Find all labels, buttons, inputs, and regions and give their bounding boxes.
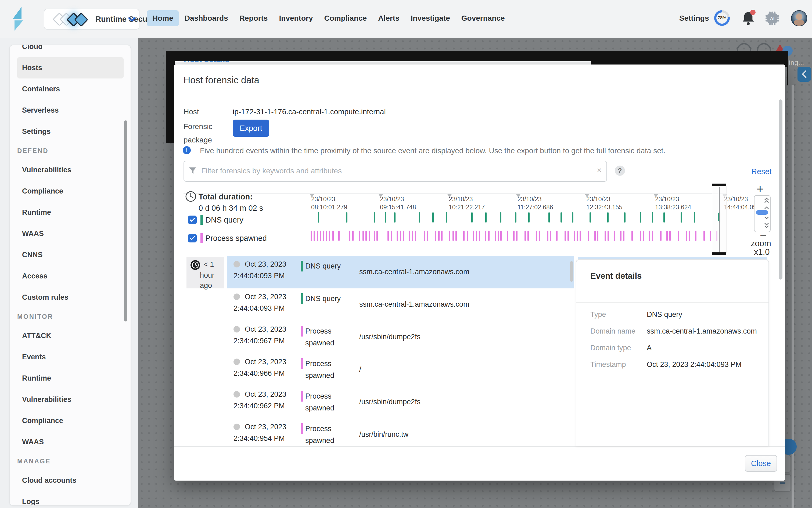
settings-link[interactable]: Settings bbox=[679, 14, 709, 23]
info-text: Five hundred events within the time prox… bbox=[200, 146, 711, 155]
sidebar-item-custom-rules[interactable]: Custom rules bbox=[17, 287, 124, 308]
nav-item-investigate[interactable]: Investigate bbox=[405, 10, 456, 26]
sidebar-item-hosts[interactable]: Hosts bbox=[17, 57, 124, 79]
event-timestamp: Oct 23, 20232:34:40:967 PM bbox=[233, 325, 301, 353]
sidebar-item-serverless[interactable]: Serverless bbox=[17, 100, 124, 121]
chevron-down-icon[interactable] bbox=[764, 216, 769, 220]
nav-item-compliance[interactable]: Compliance bbox=[318, 10, 372, 26]
event-value: /usr/sbin/dumpe2fs bbox=[359, 325, 574, 353]
scrubber-handle-top[interactable] bbox=[712, 183, 726, 186]
sidebar-item-logs[interactable]: Logs bbox=[17, 491, 124, 506]
host-value: ip-172-31-1-176.ca-central-1.compute.int… bbox=[233, 108, 386, 116]
help-icon[interactable]: ? bbox=[615, 166, 625, 176]
sidebar-item-runtime[interactable]: Runtime bbox=[17, 202, 124, 223]
progress-ring[interactable]: 78% bbox=[714, 10, 730, 26]
detail-field: TypeDNS query bbox=[576, 306, 768, 323]
process-series-label: Process spawned bbox=[205, 234, 267, 243]
event-tick bbox=[376, 230, 378, 241]
sidebar-item-runtime[interactable]: Runtime bbox=[17, 368, 124, 389]
event-tick bbox=[695, 230, 696, 241]
scrubber-handle-bottom[interactable] bbox=[712, 252, 726, 255]
sidebar-item-waas[interactable]: WAAS bbox=[17, 431, 124, 453]
sidebar-item-waas[interactable]: WAAS bbox=[17, 223, 124, 244]
event-tick bbox=[588, 230, 589, 241]
event-tick bbox=[446, 212, 447, 222]
ai-assistant-icon[interactable]: AI bbox=[765, 11, 779, 25]
sidebar-item-access[interactable]: Access bbox=[17, 265, 124, 287]
timeline-scrubber[interactable] bbox=[712, 183, 726, 255]
zoom-in-button[interactable]: + bbox=[757, 182, 764, 196]
event-tick bbox=[479, 230, 480, 241]
sidebar-item-att-ck[interactable]: ATT&CK bbox=[17, 325, 124, 346]
event-value: / bbox=[359, 358, 574, 386]
dns-checkbox[interactable] bbox=[188, 216, 197, 224]
event-row[interactable]: Oct 23, 20232:44:04:093 PMDNS queryssm.c… bbox=[227, 256, 574, 288]
event-list-scrollbar[interactable] bbox=[570, 261, 573, 282]
user-avatar[interactable] bbox=[791, 10, 807, 26]
event-row[interactable]: Oct 23, 20232:34:40:967 PMProcess spawne… bbox=[227, 321, 574, 353]
event-row[interactable]: Oct 23, 20232:34:40:962 PMProcess spawne… bbox=[227, 386, 574, 419]
event-tick bbox=[572, 212, 573, 222]
event-tick bbox=[710, 230, 711, 241]
event-type: Process spawned bbox=[301, 423, 359, 447]
sidebar-item-vulnerabilities[interactable]: Vulnerabilities bbox=[17, 389, 124, 410]
event-tick bbox=[689, 230, 690, 241]
process-checkbox[interactable] bbox=[188, 234, 197, 243]
event-tick bbox=[507, 230, 508, 241]
modal-scrollbar[interactable] bbox=[779, 99, 782, 280]
sidebar-scrollbar[interactable] bbox=[124, 120, 127, 322]
double-chevron-up-icon[interactable] bbox=[764, 197, 769, 204]
collapse-panel-button[interactable] bbox=[798, 67, 811, 82]
event-tick bbox=[513, 230, 514, 241]
event-tick bbox=[631, 230, 633, 241]
sidebar-item-settings[interactable]: Settings bbox=[17, 121, 124, 142]
chevron-up-icon[interactable] bbox=[764, 206, 769, 210]
underlying-dialog-edge bbox=[787, 67, 788, 85]
sidebar-item-cloud[interactable]: Cloud bbox=[17, 45, 124, 57]
export-button[interactable]: Export bbox=[233, 120, 269, 137]
event-tick bbox=[547, 230, 548, 241]
event-tick bbox=[391, 230, 392, 241]
event-timestamp: Oct 23, 20232:34:40:962 PM bbox=[233, 390, 301, 419]
event-row[interactable]: Oct 23, 20232:34:40:954 PMProcess spawne… bbox=[227, 419, 574, 447]
event-tick bbox=[365, 230, 367, 241]
sidebar-item-events[interactable]: Events bbox=[17, 346, 124, 368]
event-tick bbox=[449, 230, 450, 241]
event-tick bbox=[643, 230, 644, 241]
event-tick bbox=[607, 212, 608, 222]
event-tick bbox=[415, 230, 416, 241]
zoom-slider-thumb[interactable] bbox=[756, 210, 768, 215]
event-type-chip bbox=[301, 391, 303, 401]
product-switcher[interactable]: Runtime Security bbox=[44, 9, 139, 30]
event-tick bbox=[403, 230, 404, 241]
event-row[interactable]: Oct 23, 20232:34:40:966 PMProcess spawne… bbox=[227, 353, 574, 386]
filter-input[interactable] bbox=[201, 162, 573, 179]
nav-item-inventory[interactable]: Inventory bbox=[273, 10, 318, 26]
sidebar-item-cloud-accounts[interactable]: Cloud accounts bbox=[17, 470, 124, 491]
header-divider bbox=[174, 96, 785, 96]
clear-filter-icon[interactable]: × bbox=[597, 166, 601, 175]
nav-item-dashboards[interactable]: Dashboards bbox=[179, 10, 234, 26]
nav-item-governance[interactable]: Governance bbox=[456, 10, 510, 26]
event-tick bbox=[463, 230, 464, 241]
sidebar-item-cnns[interactable]: CNNS bbox=[17, 244, 124, 265]
double-chevron-down-icon[interactable] bbox=[764, 222, 769, 228]
sidebar-item-compliance[interactable]: Compliance bbox=[17, 410, 124, 431]
nav-item-reports[interactable]: Reports bbox=[234, 10, 274, 26]
sidebar-item-vulnerabilities[interactable]: Vulnerabilities bbox=[17, 159, 124, 181]
nav-item-home[interactable]: Home bbox=[147, 10, 179, 26]
event-row[interactable]: Oct 23, 20232:44:04:093 PMDNS queryssm.c… bbox=[227, 288, 574, 321]
event-tick bbox=[424, 230, 425, 241]
reset-link[interactable]: Reset bbox=[751, 167, 772, 176]
event-tick bbox=[419, 212, 420, 222]
underlying-dialog-title-clipped: Host details bbox=[175, 61, 591, 65]
close-button[interactable]: Close bbox=[745, 455, 777, 472]
event-tick bbox=[314, 230, 315, 241]
axis-label: 23/10/2308:10:01.279 bbox=[311, 195, 347, 211]
event-tick bbox=[369, 230, 370, 241]
sidebar-item-containers[interactable]: Containers bbox=[17, 79, 124, 100]
event-type-chip bbox=[301, 261, 303, 271]
nav-item-alerts[interactable]: Alerts bbox=[372, 10, 405, 26]
sidebar-item-compliance[interactable]: Compliance bbox=[17, 181, 124, 202]
event-tick bbox=[349, 230, 350, 241]
